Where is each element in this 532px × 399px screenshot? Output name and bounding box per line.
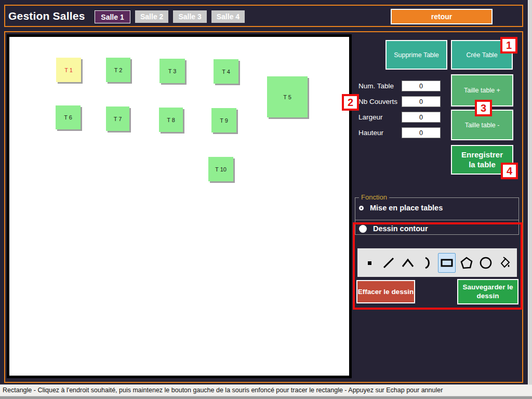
sauvegarder-label: Sauvegarder le dessin bbox=[460, 283, 515, 300]
table-t6[interactable]: T 6 bbox=[56, 105, 81, 129]
sauvegarder-dessin-button[interactable]: Sauvegarder le dessin bbox=[457, 279, 518, 304]
status-bar: Rectangle - Cliquez à l'endroit souhaité… bbox=[0, 384, 532, 396]
enregistrer-label: Enregistrer la table bbox=[458, 150, 506, 170]
window-right-edge bbox=[528, 0, 532, 384]
window-bottom-edge bbox=[0, 396, 532, 399]
draw-toolbar bbox=[357, 248, 517, 277]
salle-tabs: Salle 1 Salle 2 Salle 3 Salle 4 bbox=[95, 10, 245, 23]
page-title: Gestion Salles bbox=[8, 10, 85, 22]
table-t9[interactable]: T 9 bbox=[211, 108, 236, 132]
nb-couverts-input[interactable] bbox=[402, 96, 441, 107]
rectangle-tool[interactable] bbox=[438, 253, 456, 273]
table-t4[interactable]: T 4 bbox=[214, 59, 238, 84]
num-table-label: Num. Table bbox=[358, 82, 394, 90]
tab-salle-2[interactable]: Salle 2 bbox=[135, 10, 168, 23]
num-table-input[interactable] bbox=[402, 81, 441, 91]
retour-button[interactable]: retour bbox=[391, 9, 493, 24]
arc-tool[interactable] bbox=[419, 253, 436, 273]
effacer-dessin-button[interactable]: Effacer le dessin bbox=[356, 280, 415, 303]
tab-salle-3[interactable]: Salle 3 bbox=[173, 10, 206, 23]
polyline-tool[interactable] bbox=[399, 253, 417, 273]
tab-salle-4[interactable]: Salle 4 bbox=[211, 10, 245, 23]
radio-unselected-icon bbox=[359, 206, 364, 210]
largeur-input[interactable] bbox=[402, 112, 441, 123]
largeur-label: Largeur bbox=[358, 113, 383, 121]
callout-4: 4 bbox=[501, 163, 518, 179]
ellipse-tool[interactable] bbox=[477, 253, 495, 273]
table-t1[interactable]: T 1 bbox=[56, 58, 81, 82]
line-tool[interactable] bbox=[380, 253, 397, 273]
supprime-table-button[interactable]: Supprime Table bbox=[385, 40, 447, 70]
table-t2[interactable]: T 2 bbox=[106, 58, 130, 82]
nb-couverts-label: Nb Couverts bbox=[358, 98, 397, 105]
table-t5[interactable]: T 5 bbox=[267, 76, 308, 117]
table-t7[interactable]: T 7 bbox=[106, 107, 129, 131]
floorplan-canvas[interactable]: T 1T 2T 3T 4T 5T 6T 7T 8T 9T 10 bbox=[7, 34, 352, 378]
divider bbox=[355, 220, 518, 220]
polygon-tool[interactable] bbox=[458, 253, 475, 273]
callout-3: 3 bbox=[475, 100, 492, 116]
tab-salle-1[interactable]: Salle 1 bbox=[95, 10, 130, 23]
fonction-title: Fonction bbox=[359, 193, 389, 201]
hauteur-label: Hauteur bbox=[358, 129, 383, 137]
table-t8[interactable]: T 8 bbox=[159, 108, 183, 132]
radio-mise-en-place[interactable]: Mise en place tables bbox=[359, 204, 443, 212]
radio-mise-en-place-label: Mise en place tables bbox=[370, 204, 443, 212]
hauteur-input[interactable] bbox=[402, 127, 441, 138]
table-t3[interactable]: T 3 bbox=[159, 59, 185, 83]
callout-1: 1 bbox=[500, 37, 517, 54]
point-tool[interactable] bbox=[361, 253, 378, 273]
callout-2: 2 bbox=[342, 94, 359, 111]
fill-tool[interactable] bbox=[496, 253, 514, 273]
table-t10[interactable]: T 10 bbox=[208, 157, 233, 181]
